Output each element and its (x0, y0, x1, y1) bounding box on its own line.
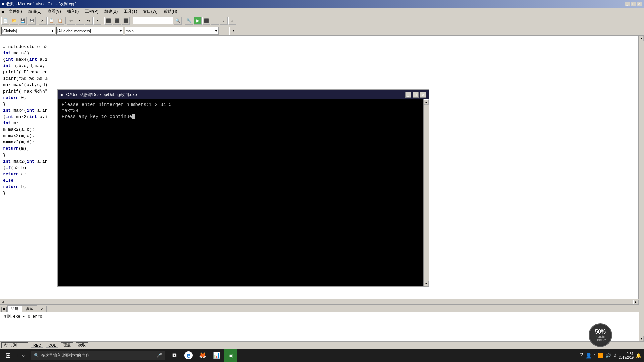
search-input[interactable] (133, 17, 173, 24)
copy-btn[interactable]: 📋 (47, 17, 55, 25)
firefox-icon: 🦊 (199, 352, 206, 359)
minimize-button[interactable]: _ (625, 2, 630, 6)
mic-icon[interactable]: 🎤 (156, 353, 162, 358)
taskview-btn[interactable]: ⧉ (168, 349, 181, 362)
tb-sep-4 (131, 17, 131, 24)
scroll-right-btn[interactable]: ► (633, 300, 639, 304)
undo-btn[interactable]: ↩ (67, 17, 75, 25)
paste-btn[interactable]: 📋 (56, 17, 64, 25)
menu-file[interactable]: 文件(F) (6, 8, 24, 15)
notification-icon[interactable]: 🔔 (636, 353, 641, 358)
members-label: [All global members] (57, 29, 91, 33)
console-body: Please enter 4interger numbers:1 2 34 5 … (58, 99, 429, 286)
windows-icon: ⊞ (5, 351, 11, 359)
people-icon: 👤 (585, 352, 592, 359)
code-line-3: {int max4(int a,i (3, 57, 48, 62)
func-icon-btn[interactable]: f (220, 27, 228, 35)
code-line-5: printf("Please en (3, 70, 48, 75)
code-line-11: int max4(int a,in (3, 108, 48, 113)
menu-help[interactable]: 帮助(H) (161, 8, 180, 15)
tb-sep-5 (183, 17, 183, 24)
ie-btn[interactable]: e (182, 349, 195, 362)
menu-project[interactable]: 工程(P) (82, 8, 101, 15)
new-file-btn[interactable]: 📄 (1, 17, 9, 25)
app4-btn[interactable]: ▣ (224, 349, 237, 362)
globals-dropdown[interactable]: [Globals] ▼ (1, 27, 55, 35)
tab-build[interactable]: 组建 (7, 305, 22, 312)
cortana-circle[interactable]: ○ (17, 349, 30, 361)
navigate-btn[interactable]: 🔧 (185, 17, 193, 25)
step-over-btn[interactable]: ☞ (228, 17, 236, 25)
save-all-btn[interactable]: 💾 (28, 17, 36, 25)
con-scroll-down[interactable]: ▼ (424, 281, 429, 286)
console-cursor (132, 114, 135, 119)
console-min-btn[interactable]: _ (405, 92, 411, 98)
search-btn[interactable]: 🔍 (174, 17, 182, 25)
console-scrollbar[interactable]: ▲ ▼ (423, 99, 429, 286)
step-in-btn[interactable]: ↓ (220, 17, 228, 25)
code-line-12: {int max2(int a,i (3, 114, 48, 119)
function-dropdown[interactable]: main ▼ (125, 27, 219, 35)
undo-drop-btn[interactable]: ▼ (76, 17, 84, 25)
watch-btn[interactable]: ⬛ (113, 17, 121, 25)
members-arrow: ▼ (119, 29, 122, 33)
bottom-icon-btn[interactable]: ■ (1, 307, 7, 312)
taskbar-search-box[interactable]: 🔍 在这里输入你要搜索的内容 🎤 (31, 351, 165, 360)
app-icon: ■ (2, 2, 4, 6)
close-button[interactable]: ✕ (637, 2, 642, 6)
code-line-4: int a,b,c,d,max; (3, 63, 45, 68)
save-btn[interactable]: 💾 (19, 17, 27, 25)
menu-bar: ■ 文件(F) 编辑(E) 查看(V) 插入(I) 工程(P) 组建(B) 工具… (0, 8, 644, 15)
code-line-18: } (3, 153, 6, 158)
taskbar-right: ? 👤 ^ 📶 🔊 英 9:31 2019/2/19 🔔 (580, 352, 644, 359)
code-line-23: return b; (3, 184, 26, 189)
chevron-icon[interactable]: ^ (594, 354, 596, 357)
scroll-up-btn[interactable]: ▲ (639, 36, 644, 41)
search-magnifier-icon: 🔍 (34, 353, 39, 358)
date-display: 2019/2/19 (619, 356, 634, 359)
menu-edit[interactable]: 编辑(E) (25, 8, 44, 15)
members-dropdown[interactable]: [All global members] ▼ (56, 27, 123, 35)
toolbar-main: 📄 📂 💾 💾 ✂ 📋 📋 ↩ ▼ ↪ ▼ ⬛ ⬛ ⬛ 🔍 🔧 ▶ ⬛ ! ↓ … (0, 15, 644, 26)
scroll-track-h[interactable] (5, 300, 633, 304)
horizontal-scrollbar[interactable]: ◄ ► (0, 299, 639, 304)
code-line-2: int main() (3, 51, 29, 56)
menu-tools[interactable]: 工具(T) (121, 8, 140, 15)
maximize-button[interactable]: □ (631, 2, 636, 6)
app3-btn[interactable]: 📊 (210, 349, 223, 362)
run-btn[interactable]: ▶ (194, 17, 202, 25)
func-drop-btn[interactable]: ▼ (229, 27, 237, 35)
redo-drop-btn[interactable]: ▼ (93, 17, 101, 25)
console-max-btn[interactable]: □ (413, 92, 419, 98)
stop-btn[interactable]: ⬛ (202, 17, 210, 25)
code-line-19: int max2(int a,in (3, 159, 48, 164)
con-scroll-up[interactable]: ▲ (424, 99, 429, 105)
console-close-btn[interactable]: ✕ (420, 92, 426, 98)
help-btn[interactable]: ? (580, 352, 583, 359)
cut-btn[interactable]: ✂ (39, 17, 47, 25)
toolbar-class: [Globals] ▼ [All global members] ▼ main … (0, 26, 644, 36)
redo-btn[interactable]: ↪ (85, 17, 93, 25)
scroll-left-btn[interactable]: ◄ (0, 300, 5, 304)
menu-view[interactable]: 查看(V) (45, 8, 64, 15)
breakpoint-btn[interactable]: ⬛ (104, 17, 112, 25)
tab-close[interactable]: ✕ (37, 306, 47, 312)
status-read: 读取 (76, 342, 88, 348)
tab-debug[interactable]: 调试 (22, 305, 37, 312)
menu-build[interactable]: 组建(B) (102, 8, 120, 15)
open-btn[interactable]: 📂 (10, 17, 18, 25)
scroll-down-btn[interactable]: ▼ (639, 336, 644, 341)
menu-insert[interactable]: 插入(I) (64, 8, 82, 15)
right-scrollbar[interactable]: ▲ ▼ (639, 36, 644, 341)
app4-icon: ▣ (228, 352, 233, 359)
status-position: 行 1, 列 1 (1, 342, 28, 348)
firefox-btn[interactable]: 🦊 (196, 349, 209, 362)
console-line3: Press any key to continue (62, 114, 425, 119)
debug-btn[interactable]: ! (211, 17, 219, 25)
console-window: ■ "C:\Users\惠普\Desktop\Debug\收到.exe" _ □… (57, 89, 429, 287)
title-bar-left: ■ 收到 - Microsoft Visual C++ - [收到.cpp] (2, 1, 76, 7)
code-line-8: printf("max=%d\n" (3, 89, 48, 94)
menu-window[interactable]: 窗口(W) (140, 8, 160, 15)
start-button[interactable]: ⊞ (0, 349, 16, 362)
vars-btn[interactable]: ⬛ (122, 17, 130, 25)
